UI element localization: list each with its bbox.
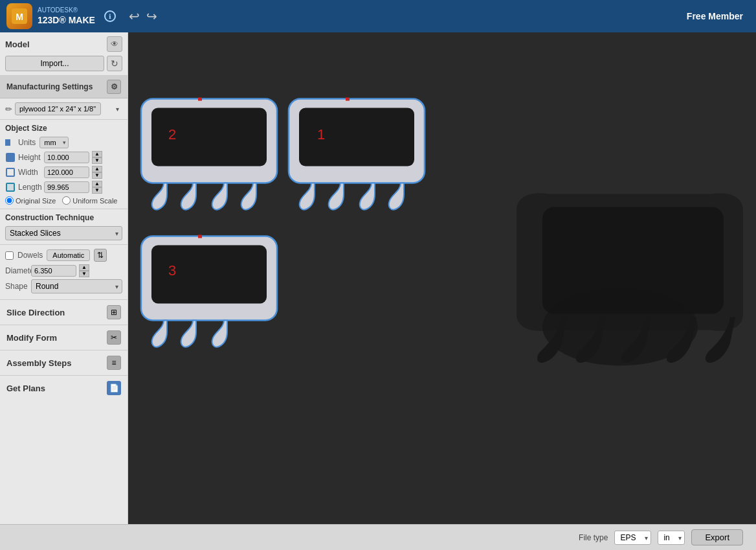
get-plans-label: Get Plans bbox=[6, 384, 45, 393]
shape-select[interactable]: Round bbox=[31, 279, 122, 293]
manufacturing-settings-section: Manufacturing Settings ⚙ ✏ plywood 12" x… bbox=[0, 76, 128, 120]
assembly-steps-label: Assembly Steps bbox=[6, 358, 71, 368]
length-row: Length ▲ ▼ bbox=[5, 181, 122, 194]
refresh-button[interactable]: ↻ bbox=[107, 56, 122, 71]
dowels-section: Dowels Automatic ⇅ Diameter ▲ ▼ Shape Ro… bbox=[0, 245, 128, 300]
units-select[interactable]: mm bbox=[39, 137, 69, 148]
app-name-area: AUTODESK® 123D® MAKE bbox=[38, 6, 95, 26]
width-up-button[interactable]: ▲ bbox=[92, 166, 102, 172]
length-icon bbox=[5, 182, 16, 192]
uniform-scale-radio[interactable] bbox=[62, 196, 71, 205]
scale-row: Original Size Uniform Scale bbox=[5, 196, 122, 205]
width-input[interactable] bbox=[44, 166, 89, 178]
unit-select-wrapper: in bbox=[658, 531, 685, 545]
model-header: Model 👁 bbox=[5, 36, 122, 52]
material-select-wrapper: plywood 12" x 24" x 1/8" bbox=[15, 102, 122, 115]
assembly-steps-icon[interactable]: ≡ bbox=[107, 356, 121, 370]
slice-direction-grid-icon[interactable]: ⊞ bbox=[107, 305, 121, 319]
shape-label: Shape bbox=[5, 282, 28, 291]
height-input[interactable] bbox=[44, 152, 89, 163]
model-view-icon[interactable]: 👁 bbox=[107, 36, 122, 52]
assembly-steps-header[interactable]: Assembly Steps ≡ bbox=[0, 350, 128, 375]
get-plans-icon[interactable]: 📄 bbox=[107, 381, 121, 395]
part-2[interactable]: 2 bbox=[141, 98, 277, 210]
product-label: 123D® MAKE bbox=[38, 14, 95, 26]
part-1[interactable]: 1 bbox=[289, 98, 425, 210]
unit-select[interactable]: in bbox=[658, 531, 685, 545]
modify-form-header[interactable]: Modify Form ✂ bbox=[0, 325, 128, 350]
height-up-button[interactable]: ▲ bbox=[92, 151, 102, 157]
svg-text:2: 2 bbox=[168, 126, 176, 143]
original-size-radio[interactable] bbox=[5, 196, 14, 205]
mfg-content: ✏ plywood 12" x 24" x 1/8" bbox=[0, 98, 128, 119]
settings-gear-icon[interactable]: ⚙ bbox=[107, 80, 121, 94]
diameter-up-button[interactable]: ▲ bbox=[79, 264, 89, 271]
width-row: Width ▲ ▼ bbox=[5, 166, 122, 179]
height-stepper: ▲ ▼ bbox=[92, 151, 102, 164]
svg-rect-13 bbox=[198, 235, 202, 238]
import-row: Import... ↻ bbox=[5, 56, 122, 71]
parts-svg: 2 1 3 bbox=[128, 32, 756, 524]
import-button[interactable]: Import... bbox=[5, 56, 104, 71]
width-down-button[interactable]: ▼ bbox=[92, 172, 102, 179]
height-label: Height bbox=[18, 153, 41, 162]
svg-text:3: 3 bbox=[168, 262, 176, 279]
height-down-button[interactable]: ▼ bbox=[92, 157, 102, 164]
diameter-row: Diameter ▲ ▼ bbox=[5, 264, 122, 277]
units-label: Units bbox=[18, 138, 36, 147]
length-input[interactable] bbox=[44, 181, 89, 193]
slice-direction-header[interactable]: Slice Direction ⊞ bbox=[0, 300, 128, 325]
bottombar: File type EPS in Export bbox=[0, 524, 756, 550]
dowels-move-icon[interactable]: ⇅ bbox=[94, 249, 107, 262]
diameter-label: Diameter bbox=[5, 266, 28, 275]
modify-form-section: Modify Form ✂ bbox=[0, 325, 128, 350]
filetype-label: File type bbox=[579, 533, 608, 542]
svg-rect-7 bbox=[299, 108, 414, 166]
object-size-label: Object Size bbox=[5, 124, 122, 133]
canvas-area[interactable]: 2 1 3 bbox=[128, 32, 756, 524]
app-logo: M bbox=[6, 3, 32, 29]
shape-select-wrapper: Round bbox=[31, 279, 122, 293]
filetype-select[interactable]: EPS bbox=[614, 531, 651, 545]
svg-rect-15 bbox=[542, 207, 724, 314]
manufacturing-settings-header: Manufacturing Settings ⚙ bbox=[0, 76, 128, 98]
diameter-down-button[interactable]: ▼ bbox=[79, 271, 89, 277]
redo-button[interactable]: ↪ bbox=[146, 8, 157, 24]
height-row: Height ▲ ▼ bbox=[5, 151, 122, 164]
dowels-checkbox[interactable] bbox=[5, 251, 14, 260]
uniform-scale-option[interactable]: Uniform Scale bbox=[62, 196, 117, 205]
modify-form-icon[interactable]: ✂ bbox=[107, 330, 121, 345]
original-size-label: Original Size bbox=[16, 197, 56, 205]
length-stepper: ▲ ▼ bbox=[92, 181, 102, 194]
part-3[interactable]: 3 bbox=[141, 235, 277, 347]
construction-technique-section: Construction Technique Stacked Slices bbox=[0, 209, 128, 245]
uniform-scale-label: Uniform Scale bbox=[72, 197, 117, 205]
get-plans-section[interactable]: Get Plans 📄 bbox=[0, 376, 128, 400]
free-member-label: Free Member bbox=[687, 11, 743, 21]
pencil-icon: ✏ bbox=[5, 104, 12, 114]
construction-select-wrapper: Stacked Slices bbox=[5, 226, 122, 240]
dowels-row: Dowels Automatic ⇅ bbox=[5, 249, 122, 262]
length-label: Length bbox=[18, 183, 41, 192]
original-size-option[interactable]: Original Size bbox=[5, 196, 56, 205]
material-select[interactable]: plywood 12" x 24" x 1/8" bbox=[15, 102, 101, 115]
svg-rect-9 bbox=[346, 98, 350, 101]
diameter-input[interactable] bbox=[31, 265, 76, 277]
length-up-button[interactable]: ▲ bbox=[92, 181, 102, 187]
units-row: Units mm bbox=[5, 137, 122, 148]
height-icon bbox=[5, 152, 16, 163]
svg-rect-5 bbox=[198, 98, 202, 101]
diameter-stepper: ▲ ▼ bbox=[79, 264, 89, 277]
info-icon[interactable]: ℹ bbox=[104, 10, 116, 22]
object-size-section: Object Size Units mm Height ▲ ▼ bbox=[0, 120, 128, 209]
3d-shadow-object bbox=[517, 193, 743, 365]
units-icon bbox=[5, 139, 14, 146]
slice-direction-label: Slice Direction bbox=[6, 308, 65, 317]
slice-direction-section: Slice Direction ⊞ bbox=[0, 300, 128, 325]
length-down-button[interactable]: ▼ bbox=[92, 187, 102, 194]
dowels-automatic-button[interactable]: Automatic bbox=[47, 249, 90, 261]
undo-button[interactable]: ↩ bbox=[129, 8, 140, 24]
export-button[interactable]: Export bbox=[691, 529, 743, 545]
svg-text:1: 1 bbox=[317, 126, 325, 143]
construction-select[interactable]: Stacked Slices bbox=[5, 226, 122, 240]
